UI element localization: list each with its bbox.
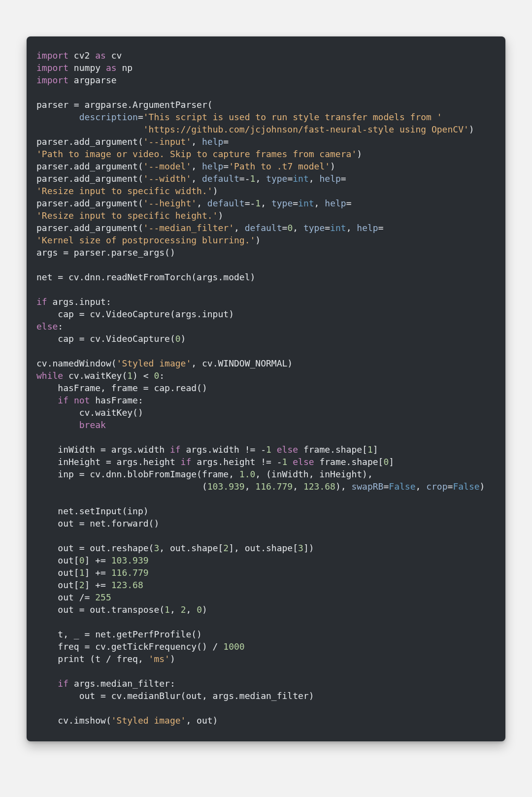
code-card: import cv2 as cv import numpy as np impo…	[27, 36, 505, 741]
code-block[interactable]: import cv2 as cv import numpy as np impo…	[36, 49, 496, 727]
page: import cv2 as cv import numpy as np impo…	[0, 0, 532, 771]
